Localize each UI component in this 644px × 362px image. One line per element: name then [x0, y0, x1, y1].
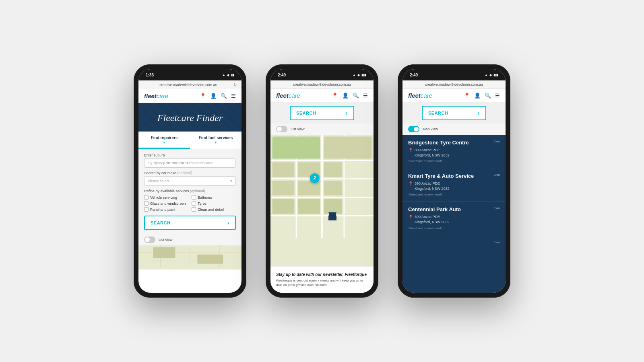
search-button-1[interactable]: SEARCH › [144, 216, 236, 230]
refresh-icon-1[interactable]: ↻ [233, 82, 237, 87]
wifi-icon: ◆ [227, 73, 229, 77]
scene: 1:33 ▲ ◆ ▮▮ creative.madewithdevotionn.c… [0, 40, 644, 322]
service-glass[interactable]: Glass and windscreen [144, 201, 188, 206]
search-top-area-3: SEARCH › [402, 103, 506, 123]
url-text-1: creative.madewithdevotionn.com.au [143, 83, 233, 87]
map-view-toggle-3[interactable] [408, 126, 419, 132]
svg-rect-22 [272, 199, 295, 214]
pin-label-2: 2 [310, 173, 320, 183]
search-arrow-icon-2: › [346, 110, 348, 116]
result-distance-3: 1km [494, 206, 500, 210]
map-view-row-3: Map view [402, 123, 506, 135]
svg-rect-6 [153, 247, 175, 258]
select-chevron: ▾ [230, 179, 232, 183]
tab-chevron-1: ▼ [141, 141, 188, 144]
list-view-toggle-1[interactable] [144, 237, 155, 243]
url-text-3: creative.madewithdevotionn.com.au [407, 82, 501, 86]
result-addr-row-3: 📍 390 Anzac PDE Kingsford, NSW 2032 [408, 214, 500, 224]
services-checkboxes: Vehicle servicing Batteries Glass and wi… [144, 195, 236, 212]
service-batteries[interactable]: Batteries [192, 195, 236, 200]
result-pin-icon-2: 📍 [408, 181, 413, 186]
user-icon-3[interactable]: 👤 [474, 93, 481, 99]
service-vehicle-servicing[interactable]: Vehicle servicing [144, 195, 188, 200]
result-pin-icon-3: 📍 [408, 215, 413, 219]
brand-fleet: fleet [144, 93, 157, 99]
wifi-icon-3: ◆ [489, 73, 492, 77]
checkbox-clean[interactable] [192, 207, 196, 212]
make-select[interactable]: Please select ▾ [144, 176, 236, 186]
brand-logo-1: fleetcare [144, 93, 168, 99]
status-bar-1: 1:33 ▲ ◆ ▮▮ [138, 69, 242, 80]
newsletter-title: Stay up to date with our newsletter, Fle… [276, 272, 368, 277]
app-header-1: fleetcare 📍 👤 🔍 ☰ [138, 89, 242, 103]
search-icon-3[interactable]: 🔍 [485, 93, 491, 99]
result-addr-2: 390 Anzac PDE Kingsford, NSW 2032 [415, 181, 450, 191]
svg-rect-26 [324, 137, 372, 159]
menu-icon-2[interactable]: ☰ [363, 93, 368, 99]
pin-drop-3 [328, 212, 336, 220]
result-item-1[interactable]: 1km Bridgestone Tyre Centre 📍 390 Anzac … [402, 135, 506, 168]
search-button-2[interactable]: SEARCH › [290, 106, 354, 120]
map-area-1 [138, 245, 242, 269]
service-tyres[interactable]: Tyres [192, 201, 236, 206]
result-distance-2: 1km [494, 173, 500, 177]
phone-2: 2:49 ▲ ◆ ▮▮▮ creative.madewithdevotionn.… [266, 64, 378, 298]
menu-icon-3[interactable]: ☰ [495, 93, 500, 99]
service-clean[interactable]: Clean and detail [192, 207, 236, 212]
checkbox-tyres[interactable] [192, 201, 196, 206]
pin-head-3 [328, 212, 336, 220]
result-addr-3: 390 Anzac PDE Kingsford, NSW 2032 [415, 214, 450, 224]
signal-icon: ▲ [222, 73, 225, 77]
search-icon[interactable]: 🔍 [221, 93, 227, 99]
list-view-toggle-2[interactable] [276, 126, 287, 132]
result-distance-1: 1km [494, 140, 500, 143]
header-icons-2: 📍 👤 🔍 ☰ [332, 93, 368, 99]
result-recommends-3: *Fleetcare recommends [408, 226, 500, 230]
result-addr-row-1: 📍 390 Anzac PDE Kingsford, NSW 2032 [408, 148, 500, 158]
location-icon-3[interactable]: 📍 [464, 93, 470, 99]
list-view-row-2: List view [270, 123, 374, 135]
search-button-3[interactable]: SEARCH › [422, 106, 486, 120]
status-time-2: 2:49 [278, 73, 286, 77]
status-icons-1: ▲ ◆ ▮▮ [222, 73, 234, 77]
map-svg-2 [270, 135, 374, 238]
url-bar-1: creative.madewithdevotionn.com.au ↻ [138, 80, 242, 89]
svg-rect-24 [324, 199, 343, 214]
location-icon-2[interactable]: 📍 [332, 93, 338, 99]
map-area-2: 2 [270, 135, 374, 266]
list-view-label-1: List view [159, 238, 173, 242]
svg-rect-21 [324, 181, 343, 195]
service-panel[interactable]: Panel and paint [144, 207, 188, 212]
user-icon-2[interactable]: 👤 [342, 93, 349, 99]
result-name-2: Kmart Tyre & Auto Service [408, 173, 500, 179]
checkbox-glass[interactable] [144, 201, 149, 206]
form-section: Enter suburb Search by car make (optiona… [138, 149, 242, 234]
tab-find-repairers[interactable]: Find repairers ▼ [138, 132, 190, 149]
menu-icon[interactable]: ☰ [231, 93, 236, 99]
result-item-3[interactable]: 1km Centennial Park Auto 📍 390 Anzac PDE… [402, 202, 506, 235]
tabs-row: Find repairers ▼ Find fuel services ▼ [138, 132, 242, 149]
status-bar-2: 2:49 ▲ ◆ ▮▮▮ [270, 69, 374, 80]
status-icons-2: ▲ ◆ ▮▮▮ [353, 73, 366, 77]
result-recommends-1: *Fleetcare recommends [408, 159, 500, 163]
checkbox-batteries[interactable] [192, 195, 196, 200]
phone-3: 2:49 ▲ ◆ ▮▮▮ creative.madewithdevotionn.… [398, 64, 510, 298]
svg-rect-16 [272, 162, 295, 177]
status-time-1: 1:33 [146, 73, 154, 77]
svg-rect-18 [324, 162, 343, 177]
location-icon[interactable]: 📍 [200, 93, 206, 99]
battery-icon-3: ▮▮▮ [493, 73, 498, 77]
checkbox-vehicle[interactable] [144, 195, 149, 200]
newsletter-section: Stay up to date with our newsletter, Fle… [270, 266, 374, 293]
battery-icon-2: ▮▮▮ [361, 73, 366, 77]
map-pin-3 [328, 212, 336, 220]
app-header-3: fleetcare 📍 👤 🔍 ☰ [402, 89, 506, 103]
user-icon[interactable]: 👤 [210, 93, 217, 99]
checkbox-panel[interactable] [144, 207, 149, 212]
services-label: Refine by available services (optional) [144, 189, 236, 193]
result-item-2[interactable]: 1km Kmart Tyre & Auto Service 📍 390 Anza… [402, 168, 506, 202]
search-icon-2[interactable]: 🔍 [353, 93, 359, 99]
tab-find-fuel[interactable]: Find fuel services ▼ [190, 132, 242, 149]
svg-rect-25 [272, 137, 320, 159]
suburb-input[interactable] [144, 158, 236, 168]
